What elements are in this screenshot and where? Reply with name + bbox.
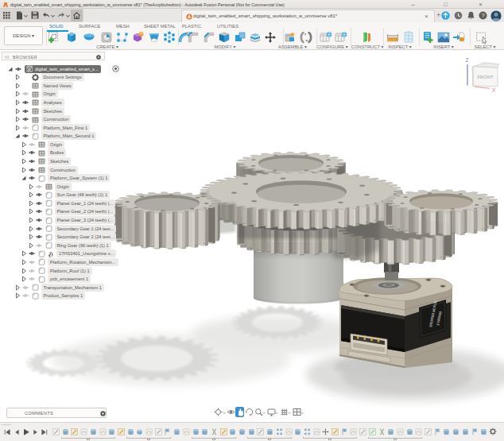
- extrude-icon[interactable]: [64, 30, 79, 44]
- timeline-feature-extrude-icon[interactable]: [192, 427, 200, 435]
- canvas-icon[interactable]: [436, 30, 451, 44]
- toolbar-group-assemble[interactable]: ASSEMBLE ▾: [278, 44, 307, 49]
- section-analysis-icon[interactable]: [401, 30, 416, 44]
- timeline-feature-extrude-icon[interactable]: [462, 427, 469, 435]
- workspace-tab-utilities[interactable]: UTILITIES: [217, 24, 238, 29]
- close-button[interactable]: ×: [477, 2, 484, 8]
- timeline-feature-component-icon[interactable]: [415, 427, 422, 435]
- timeline-feature-flag-icon[interactable]: [471, 427, 479, 435]
- expand-icon[interactable]: [28, 184, 34, 190]
- tree-row[interactable]: Sketches: [0, 157, 127, 165]
- sketch-dims-icon[interactable]: [115, 30, 130, 44]
- toolbar-group-select[interactable]: SELECT ▾: [475, 44, 496, 49]
- home-button[interactable]: [71, 10, 83, 21]
- app-grid-icon[interactable]: [3, 12, 10, 19]
- timeline-feature-sketch-y-icon[interactable]: [331, 427, 339, 435]
- tree-row[interactable]: Origin: [0, 183, 127, 191]
- tree-row[interactable]: Ring Gear (96 teeth) (1) 1: [0, 242, 127, 250]
- tree-item-label[interactable]: Planet Gear_1 (24 teeth) (...: [55, 199, 116, 207]
- tree-row[interactable]: digital_twin_enabled_smart_s...: [0, 65, 127, 73]
- eye-visible-icon[interactable]: [22, 133, 29, 139]
- toolbar-group-inspect[interactable]: INSPECT ▾: [388, 44, 412, 49]
- notifications-icon[interactable]: [467, 11, 475, 20]
- timeline-feature-sketch-icon[interactable]: [359, 427, 366, 435]
- timeline-feature-sketch-icon[interactable]: [425, 427, 432, 435]
- tree-row[interactable]: Document Settings: [0, 73, 127, 81]
- timeline-feature-joint-g-icon[interactable]: [211, 427, 218, 435]
- toolbar-group-modify[interactable]: MODIFY ▾: [215, 44, 236, 49]
- browser-handle-icon[interactable]: [96, 55, 101, 60]
- eye-hidden-icon[interactable]: [29, 276, 35, 282]
- collapse-icon[interactable]: [14, 133, 21, 139]
- timeline-feature-component-icon[interactable]: [285, 427, 293, 435]
- skip-end-icon[interactable]: [41, 429, 48, 435]
- eye-hidden-icon[interactable]: [22, 292, 29, 299]
- tree-row[interactable]: Platform_Main_First 1: [0, 124, 127, 132]
- expand-icon[interactable]: [21, 259, 27, 265]
- timeline-feature-extrude-icon[interactable]: [201, 427, 208, 435]
- expand-icon[interactable]: [14, 292, 21, 299]
- eye-visible-icon[interactable]: [36, 217, 42, 223]
- eye-hidden-icon[interactable]: [29, 141, 35, 148]
- workspace-selector[interactable]: DESIGN ▾: [4, 26, 43, 45]
- expand-icon[interactable]: [28, 217, 34, 223]
- timeline-group-handle[interactable]: [394, 438, 397, 440]
- undo-caret-icon[interactable]: [51, 14, 55, 17]
- tree-row[interactable]: Sun Gear (48 teeth) (1) 1: [0, 191, 127, 199]
- expand-icon[interactable]: [14, 91, 21, 97]
- insert-mesh-icon[interactable]: [452, 30, 466, 44]
- tree-row[interactable]: Planet Gear_2 (24 teeth) (...: [0, 207, 127, 215]
- eye-visible-icon[interactable]: [29, 175, 35, 181]
- timeline-feature-revolve-icon[interactable]: [136, 427, 143, 435]
- joint-icon[interactable]: [299, 30, 313, 44]
- expand-icon[interactable]: [21, 250, 27, 257]
- navbar-orbit-constrained-button[interactable]: [244, 407, 254, 417]
- timeline-feature-flag-icon[interactable]: [434, 427, 441, 435]
- file-new-icon[interactable]: [16, 11, 23, 20]
- view-cube[interactable]: ZFRONTX: [459, 56, 501, 141]
- tree-item-label[interactable]: Origin: [55, 183, 72, 191]
- tree-row[interactable]: pcb_encasement 1: [0, 275, 127, 283]
- timeline-feature-extrude-icon[interactable]: [452, 427, 459, 435]
- help-icon[interactable]: ?: [479, 11, 487, 20]
- tree-row[interactable]: Transportation_Mechanism 1: [0, 284, 127, 292]
- timeline-feature-extrude-icon[interactable]: [173, 427, 180, 435]
- tree-item-label[interactable]: Origin: [48, 141, 64, 149]
- tree-row[interactable]: Origin: [0, 90, 127, 98]
- tree-row[interactable]: Platform_Main_Second 1: [0, 132, 127, 140]
- expand-icon[interactable]: [28, 234, 34, 240]
- offset-face-icon[interactable]: [248, 30, 262, 44]
- expand-icon[interactable]: [14, 99, 21, 106]
- timeline-feature-move-icon[interactable]: [322, 427, 329, 435]
- tree-row[interactable]: Platform_Roof (1) 1: [0, 267, 127, 275]
- tree-item-label[interactable]: Platform_Rotation_Mechanism...: [48, 258, 118, 266]
- expand-icon[interactable]: [21, 141, 27, 148]
- eye-hidden-icon[interactable]: [36, 242, 42, 249]
- workspace-tab-sheet-metal[interactable]: SHEET METAL: [144, 24, 176, 29]
- navbar-zoom-button[interactable]: [254, 407, 263, 417]
- eye-hidden-icon[interactable]: [22, 284, 29, 291]
- expand-icon[interactable]: [14, 83, 21, 89]
- tree-item-label[interactable]: Sketches: [48, 157, 71, 165]
- eye-visible-icon[interactable]: [22, 108, 29, 114]
- timeline-feature-sketch-icon[interactable]: [155, 427, 162, 435]
- expand-icon[interactable]: [28, 208, 34, 215]
- eye-visible-icon[interactable]: [36, 226, 42, 232]
- timeline-feature-extrude-icon[interactable]: [294, 427, 301, 435]
- timeline-feature-flag-icon[interactable]: [164, 427, 171, 435]
- expand-icon[interactable]: [14, 116, 21, 122]
- web-icon[interactable]: [147, 30, 161, 44]
- step-forward-icon[interactable]: [33, 429, 39, 435]
- tree-row[interactable]: Bodies: [0, 149, 127, 157]
- timeline-feature-component-icon[interactable]: [80, 427, 87, 435]
- tree-row[interactable]: Secondary Gear 1 (24 teet...: [0, 225, 127, 233]
- configuration-icon[interactable]: [319, 30, 333, 44]
- tree-row[interactable]: Product_Samples 1: [0, 292, 127, 300]
- navbar-grid-snaps-button[interactable]: [279, 407, 289, 417]
- navbar-display-settings-button[interactable]: [266, 407, 276, 417]
- workspace-tab-plastic[interactable]: PLASTIC: [182, 24, 201, 29]
- timeline-feature-sketch-y-icon[interactable]: [71, 427, 78, 435]
- eye-visible-icon[interactable]: [15, 66, 21, 72]
- tree-item-label[interactable]: Ring Gear (96 teeth) (1) 1: [55, 242, 111, 250]
- eye-visible-icon[interactable]: [29, 250, 35, 257]
